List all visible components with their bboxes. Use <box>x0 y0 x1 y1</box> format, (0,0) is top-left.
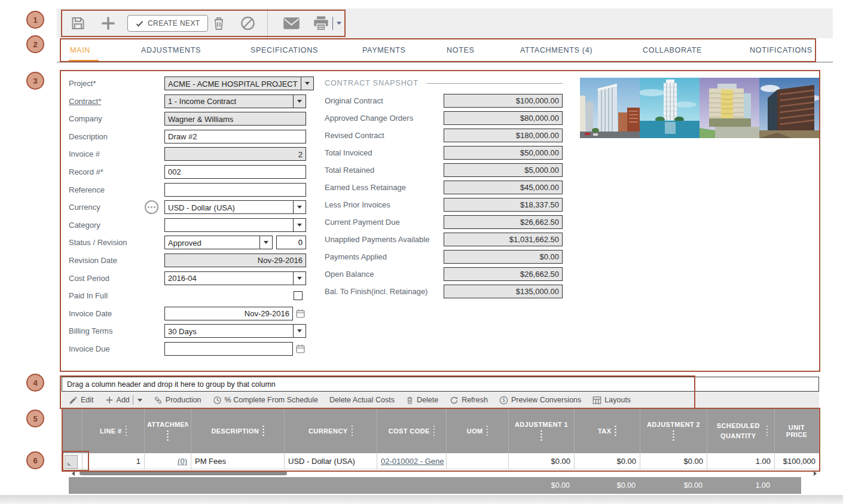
row-selector-button[interactable] <box>65 455 78 469</box>
row-cell-adjustment-1[interactable]: $0.00 <box>509 453 575 469</box>
delete-row-button[interactable]: Delete <box>406 396 438 405</box>
row-cell-tax[interactable]: $0.00 <box>575 453 640 469</box>
layouts-button[interactable]: Layouts <box>592 396 631 405</box>
tab-attachments[interactable]: ATTACHMENTS (4) <box>520 46 592 54</box>
record-number-input[interactable]: 002 <box>164 165 306 179</box>
header-description[interactable]: DESCRIPTION <box>191 408 285 453</box>
save-icon[interactable] <box>70 16 86 32</box>
status-select[interactable]: Approved <box>164 236 273 249</box>
tab-specifications[interactable]: SPECIFICATIONS <box>251 46 318 54</box>
project-select[interactable]: ACME - ACME HOSPITAL PROJECT <box>164 77 314 90</box>
annotation-circle-6: 6 <box>26 451 44 469</box>
header-unit-price[interactable]: UNIT PRICE <box>775 408 819 453</box>
reference-input[interactable] <box>164 183 306 197</box>
currency-dropdown-icon[interactable] <box>293 201 306 213</box>
project-photos <box>580 78 819 138</box>
header-currency[interactable]: CURRENCY <box>285 408 377 453</box>
add-options-caret-icon[interactable] <box>138 399 142 402</box>
column-menu-icon[interactable] <box>673 430 674 441</box>
annotation-circle-1: 1 <box>26 11 44 29</box>
category-dropdown-icon[interactable] <box>293 219 306 231</box>
add-icon[interactable] <box>100 15 117 32</box>
header-cost-code[interactable]: COST CODE <box>377 408 447 453</box>
billing-terms-dropdown-icon[interactable] <box>293 325 306 337</box>
snapshot-value: $26,662.50 <box>444 267 563 281</box>
email-icon[interactable] <box>283 17 300 30</box>
row-cell-unit-price[interactable]: $100,000 <box>775 453 819 469</box>
print-options-caret-icon[interactable] <box>337 22 341 25</box>
revision-input[interactable]: 0 <box>276 236 306 249</box>
tab-notes[interactable]: NOTES <box>447 46 475 54</box>
column-menu-icon[interactable] <box>262 426 264 436</box>
currency-select[interactable]: USD - Dollar (USA) <box>164 200 306 214</box>
header-attachment[interactable]: ATTACHMENT <box>145 408 191 453</box>
tab-adjustments[interactable]: ADJUSTMENTS <box>141 46 201 54</box>
delete-actual-costs-button[interactable]: Delete Actual Costs <box>329 396 395 404</box>
tab-main[interactable]: MAIN <box>70 46 90 54</box>
invoice-date-input[interactable]: Nov-29-2016 <box>164 307 293 320</box>
contract-select[interactable]: 1 - Income Contract <box>164 94 306 108</box>
row-cell-currency[interactable]: USD - Dollar (USA) <box>285 453 377 469</box>
cost-code-link[interactable]: 02-010002 - Gene <box>381 457 444 466</box>
description-input[interactable]: Draw #2 <box>164 130 306 143</box>
header-uom[interactable]: UOM <box>447 408 509 453</box>
scroll-left-icon[interactable] <box>72 471 75 476</box>
scroll-right-icon[interactable] <box>814 471 817 476</box>
company-field: Wagner & Williams <box>164 112 306 126</box>
add-button[interactable]: Add <box>105 395 142 405</box>
column-menu-icon[interactable] <box>352 426 353 436</box>
header-line-number[interactable]: LINE # <box>83 408 145 453</box>
edit-button[interactable]: Edit <box>69 396 94 405</box>
grid-header-row: LINE # ATTACHMENT DESCRIPTION CURRENCY C… <box>62 408 819 453</box>
invoice-date-calendar-icon[interactable] <box>295 308 306 319</box>
contract-label-link[interactable]: Contract* <box>69 97 164 106</box>
currency-more-icon[interactable] <box>145 200 158 214</box>
header-adjustment-2[interactable]: ADJUSTMENT 2 <box>640 408 707 453</box>
column-menu-icon[interactable] <box>487 426 488 436</box>
status-dropdown-icon[interactable] <box>259 236 272 249</box>
print-options-divider <box>330 17 337 30</box>
attachments-link[interactable]: (0) <box>178 457 187 466</box>
row-cell-scheduled-quantity[interactable]: 1.00 <box>707 453 775 469</box>
contract-snapshot-title: CONTRACT SNAPSHOT <box>325 78 563 88</box>
row-cell-adjustment-2[interactable]: $0.00 <box>640 453 707 469</box>
tab-notifications[interactable]: NOTIFICATIONS <box>750 46 813 54</box>
delete-icon[interactable] <box>212 16 226 31</box>
tab-payments[interactable]: PAYMENTS <box>362 46 406 54</box>
invoice-number-label: Invoice # <box>69 149 164 158</box>
column-menu-icon[interactable] <box>766 426 768 436</box>
production-button[interactable]: Production <box>154 396 201 405</box>
preview-conversions-button[interactable]: $ Preview Conversions <box>499 396 581 405</box>
refresh-button[interactable]: Refresh <box>450 396 488 405</box>
print-icon[interactable] <box>313 16 329 31</box>
percent-complete-button[interactable]: % Complete From Schedule <box>213 396 318 405</box>
status-revision-label: Status / Revision <box>69 238 164 247</box>
group-by-bar[interactable]: Drag a column header and drop it here to… <box>62 377 819 392</box>
void-icon[interactable] <box>240 16 256 32</box>
column-menu-icon[interactable] <box>615 426 616 436</box>
column-menu-icon[interactable] <box>540 430 542 441</box>
row-cell-description[interactable]: PM Fees <box>191 453 285 469</box>
contract-dropdown-icon[interactable] <box>293 95 306 108</box>
billing-terms-select[interactable]: 30 Days <box>164 324 306 338</box>
snapshot-row: Payments Applied$0.00 <box>325 250 563 264</box>
column-menu-icon[interactable] <box>433 426 435 436</box>
cost-period-select[interactable]: 2016-04 <box>164 271 306 285</box>
header-tax[interactable]: TAX <box>575 408 640 453</box>
tab-collaborate[interactable]: COLLABORATE <box>643 46 702 54</box>
row-cell-uom[interactable] <box>447 453 509 469</box>
column-menu-icon[interactable] <box>126 426 127 436</box>
project-dropdown-icon[interactable] <box>301 77 313 90</box>
cost-period-dropdown-icon[interactable] <box>293 272 306 285</box>
header-adjustment-1[interactable]: ADJUSTMENT 1 <box>509 408 575 453</box>
column-menu-icon[interactable] <box>167 430 169 441</box>
invoice-due-calendar-icon[interactable] <box>295 344 306 354</box>
create-next-button[interactable]: CREATE NEXT <box>127 15 208 32</box>
invoice-due-input[interactable] <box>164 342 293 356</box>
scrollbar-thumb[interactable] <box>80 471 287 475</box>
row-cell-line-number[interactable]: 1 <box>83 453 145 469</box>
snapshot-row: Original Contract$100,000.00 <box>325 94 563 108</box>
header-scheduled-quantity[interactable]: SCHEDULED QUANTITY <box>707 408 775 453</box>
category-select[interactable] <box>164 218 306 232</box>
paid-in-full-checkbox[interactable] <box>294 291 303 300</box>
